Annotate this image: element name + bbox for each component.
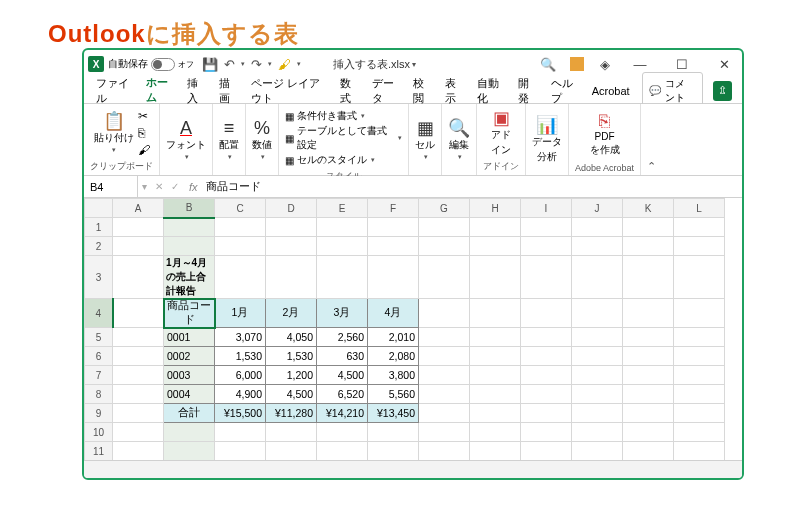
cell[interactable] [419, 423, 470, 442]
cell[interactable]: 4,500 [266, 385, 317, 404]
cell[interactable]: 5,560 [368, 385, 419, 404]
col-header[interactable]: G [419, 199, 470, 218]
cell[interactable] [215, 237, 266, 256]
tab-acrobat[interactable]: Acrobat [590, 82, 632, 100]
cell[interactable] [419, 404, 470, 423]
cell[interactable]: 1月 [215, 299, 266, 328]
cell[interactable] [623, 442, 674, 461]
col-header[interactable]: I [521, 199, 572, 218]
cell[interactable] [113, 385, 164, 404]
pdf-button[interactable]: ⎘PDFを作成 [590, 112, 620, 157]
col-header[interactable]: A [113, 199, 164, 218]
cell[interactable] [368, 237, 419, 256]
cell[interactable] [215, 423, 266, 442]
row-header[interactable]: 2 [85, 237, 113, 256]
analysis-button[interactable]: 📊データ分析 [532, 116, 562, 164]
cell[interactable] [113, 328, 164, 347]
cell[interactable] [113, 256, 164, 299]
cell[interactable] [113, 366, 164, 385]
cell[interactable] [521, 347, 572, 366]
cell[interactable]: 商品コード [164, 299, 215, 328]
editing-button[interactable]: 🔍編集▾ [448, 119, 470, 161]
cell[interactable] [674, 299, 725, 328]
cell[interactable] [419, 256, 470, 299]
cell[interactable] [572, 366, 623, 385]
col-header[interactable]: C [215, 199, 266, 218]
cell[interactable] [317, 218, 368, 237]
cell[interactable] [470, 385, 521, 404]
cancel-icon[interactable]: ✕ [151, 181, 167, 192]
cell[interactable] [572, 256, 623, 299]
col-header[interactable]: H [470, 199, 521, 218]
row-header[interactable]: 1 [85, 218, 113, 237]
cell[interactable] [470, 423, 521, 442]
cell[interactable]: 1,530 [215, 347, 266, 366]
cell[interactable] [419, 366, 470, 385]
col-header[interactable]: L [674, 199, 725, 218]
cell[interactable] [674, 423, 725, 442]
col-header[interactable]: B [164, 199, 215, 218]
cell[interactable] [572, 347, 623, 366]
cell[interactable] [623, 299, 674, 328]
cell[interactable] [470, 366, 521, 385]
cell[interactable]: 3,800 [368, 366, 419, 385]
cell[interactable] [470, 404, 521, 423]
cell[interactable] [572, 442, 623, 461]
cell[interactable] [623, 366, 674, 385]
cell[interactable]: 2,080 [368, 347, 419, 366]
cell[interactable] [113, 347, 164, 366]
cell[interactable]: 4,900 [215, 385, 266, 404]
cell[interactable] [521, 366, 572, 385]
copy-icon[interactable]: ⎘ [138, 126, 150, 140]
cell[interactable] [164, 218, 215, 237]
cell[interactable]: 2月 [266, 299, 317, 328]
row-header[interactable]: 3 [85, 256, 113, 299]
cell-styles-button[interactable]: ▦ セルのスタイル ▾ [285, 153, 375, 167]
cell[interactable] [674, 366, 725, 385]
cell[interactable] [674, 404, 725, 423]
cell[interactable]: 6,520 [317, 385, 368, 404]
cell[interactable] [113, 423, 164, 442]
diamond-icon[interactable]: ◈ [598, 57, 612, 71]
cell[interactable] [317, 423, 368, 442]
cell[interactable] [317, 256, 368, 299]
enter-icon[interactable]: ✓ [167, 181, 183, 192]
cell[interactable] [368, 256, 419, 299]
cell[interactable] [674, 442, 725, 461]
cell[interactable] [674, 218, 725, 237]
cell[interactable] [572, 328, 623, 347]
undo-dropdown[interactable]: ▾ [241, 60, 245, 68]
cell[interactable] [521, 328, 572, 347]
cell[interactable]: 1月～4月の売上合計報告 [164, 256, 215, 299]
col-header[interactable]: K [623, 199, 674, 218]
cell[interactable] [572, 404, 623, 423]
cell[interactable] [368, 423, 419, 442]
cell[interactable] [317, 237, 368, 256]
cell[interactable] [368, 218, 419, 237]
cell[interactable]: ¥14,210 [317, 404, 368, 423]
cell[interactable] [623, 423, 674, 442]
filename[interactable]: 挿入する表.xlsx▾ [333, 57, 416, 72]
paste-button[interactable]: 📋貼り付け▾ [94, 112, 134, 154]
cell[interactable] [419, 347, 470, 366]
cell[interactable] [521, 385, 572, 404]
col-header[interactable]: J [572, 199, 623, 218]
cell[interactable] [266, 256, 317, 299]
cell[interactable] [164, 423, 215, 442]
brush-icon[interactable]: 🖌 [278, 57, 291, 72]
cell[interactable] [572, 237, 623, 256]
cell[interactable]: ¥13,450 [368, 404, 419, 423]
cell[interactable] [572, 423, 623, 442]
save-icon[interactable]: 💾 [202, 57, 218, 72]
cell[interactable]: 2,560 [317, 328, 368, 347]
col-header[interactable]: E [317, 199, 368, 218]
cell[interactable] [266, 423, 317, 442]
cell[interactable]: 0003 [164, 366, 215, 385]
cell[interactable] [419, 218, 470, 237]
cell[interactable] [164, 442, 215, 461]
cell[interactable] [419, 299, 470, 328]
autosave-toggle[interactable]: 自動保存 オフ [108, 57, 194, 71]
cell[interactable] [113, 218, 164, 237]
cell[interactable] [623, 218, 674, 237]
cell[interactable] [674, 256, 725, 299]
